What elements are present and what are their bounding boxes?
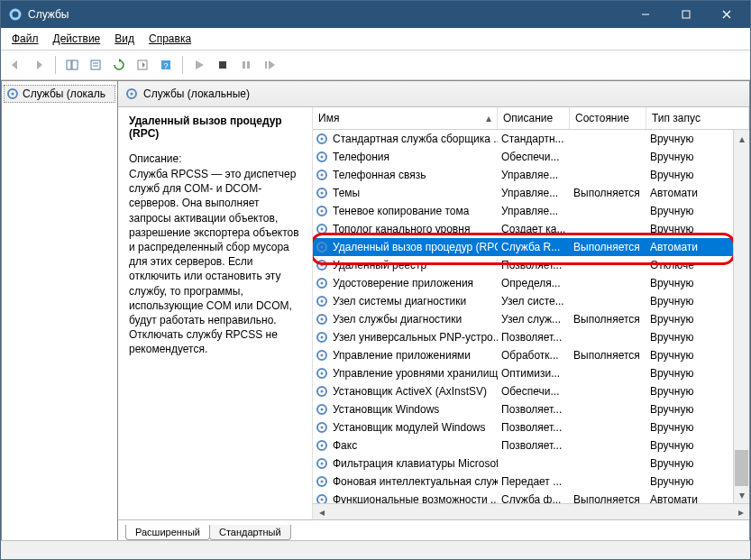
minimize-button[interactable] <box>625 1 665 28</box>
tab-extended[interactable]: Расширенный <box>125 525 210 540</box>
gear-icon <box>315 187 329 199</box>
scroll-down-icon[interactable]: ▾ <box>735 488 748 501</box>
table-row[interactable]: Узел универсальных PNP-устро...Позволяет… <box>313 328 733 346</box>
scroll-right-icon[interactable]: ▸ <box>734 505 747 519</box>
cell-name: Удостоверение приложения <box>329 275 498 291</box>
pause-service-button[interactable] <box>235 54 257 76</box>
cell-state <box>570 390 646 393</box>
table-row[interactable]: Теневое копирование томаУправляе...Вручн… <box>313 202 733 220</box>
svg-rect-9 <box>72 60 78 69</box>
maximize-button[interactable] <box>665 1 706 28</box>
column-state[interactable]: Состояние <box>570 107 646 129</box>
table-row[interactable]: Фильтрация клавиатуры MicrosoftВручную <box>313 454 733 473</box>
vertical-scrollbar[interactable]: ▴ ▾ <box>733 130 749 503</box>
column-description[interactable]: Описание <box>498 107 570 129</box>
table-row[interactable]: Установщик ActiveX (AxInstSV)Обеспечи...… <box>313 382 733 400</box>
svg-point-33 <box>321 174 324 177</box>
table-row[interactable]: Функциональные возможности ...Служба ф..… <box>313 491 733 503</box>
gear-icon <box>315 493 329 503</box>
table-row[interactable]: Удостоверение приложенияОпределя...Вручн… <box>313 274 733 292</box>
cell-description: Обработк... <box>498 347 570 363</box>
cell-state <box>570 408 646 411</box>
table-row[interactable]: Узел службы диагностикиУзел служ...Выпол… <box>313 310 733 328</box>
back-button[interactable] <box>5 54 26 76</box>
tree-node-services[interactable]: Службы (локаль <box>4 85 115 103</box>
start-service-button[interactable] <box>188 54 210 76</box>
table-row[interactable]: Узел системы диагностикиУзел систе...Вру… <box>313 292 733 310</box>
table-row[interactable]: Управление уровнями хранилищаОптимизи...… <box>313 364 733 382</box>
svg-point-29 <box>321 138 324 141</box>
cell-startup: Отключе <box>646 257 733 273</box>
cell-state <box>570 444 646 447</box>
table-row[interactable]: ТемыУправляе...ВыполняетсяАвтомати <box>313 184 733 202</box>
cell-name: Теневое копирование тома <box>329 203 498 219</box>
show-hide-tree-button[interactable] <box>61 54 83 76</box>
cell-description: Передает ... <box>498 473 570 490</box>
cell-state <box>570 426 646 429</box>
properties-button[interactable] <box>85 54 106 76</box>
tab-standard[interactable]: Стандартный <box>209 525 291 540</box>
pane-title: Службы (локальные) <box>143 87 250 100</box>
forward-button[interactable] <box>28 54 50 76</box>
svg-point-67 <box>321 481 324 483</box>
cell-startup: Автомати <box>646 239 733 255</box>
cell-startup: Вручную <box>646 203 733 219</box>
table-row[interactable]: Удаленный реестрПозволяет...Отключе <box>313 256 733 274</box>
tree-pane[interactable]: Службы (локаль <box>1 81 118 540</box>
table-row[interactable]: Установщик модулей WindowsПозволяет...Вр… <box>313 418 733 436</box>
cell-description: Служба ф... <box>498 491 570 503</box>
cell-state: Выполняется <box>570 185 646 201</box>
cell-state <box>570 462 646 465</box>
cell-description: Управляе... <box>498 167 570 183</box>
table-row[interactable]: Удаленный вызов процедур (RPC)Служба R..… <box>313 238 733 256</box>
cell-description: Создает ка... <box>498 221 570 237</box>
menu-file[interactable]: Файл <box>5 31 46 47</box>
svg-point-63 <box>321 445 324 447</box>
svg-point-27 <box>131 93 133 96</box>
table-row[interactable]: ТелефонияОбеспечи...Вручную <box>313 148 733 166</box>
column-startup[interactable]: Тип запус <box>646 107 749 129</box>
cell-state <box>570 263 646 267</box>
table-row[interactable]: Фоновая интеллектуальная служ...Передает… <box>313 473 733 491</box>
cell-name: Установщик Windows <box>329 401 498 418</box>
cell-description: Управляе... <box>498 185 570 201</box>
menu-action[interactable]: Действие <box>46 31 108 47</box>
gear-icon <box>315 223 329 235</box>
horizontal-scrollbar[interactable]: ◂ ▸ <box>313 503 749 519</box>
svg-point-25 <box>12 93 14 96</box>
cell-description: Стандартн... <box>498 131 570 147</box>
close-button[interactable] <box>706 1 746 28</box>
table-row[interactable]: Управление приложениямиОбработк...Выполн… <box>313 346 733 364</box>
svg-point-37 <box>321 210 324 213</box>
rows-container[interactable]: Стандартная служба сборщика ...Стандартн… <box>313 130 733 503</box>
table-row[interactable]: Тополог канального уровняСоздает ка...Вр… <box>313 220 733 238</box>
cell-state: Выполняется <box>570 311 646 327</box>
scroll-up-icon[interactable]: ▴ <box>735 132 748 145</box>
table-row[interactable]: Стандартная служба сборщика ...Стандартн… <box>313 130 733 148</box>
titlebar: Службы <box>1 1 750 28</box>
menu-view[interactable]: Вид <box>107 31 142 47</box>
cell-startup: Вручную <box>646 131 733 147</box>
window-title: Службы <box>28 8 625 21</box>
cell-startup: Вручную <box>646 365 733 381</box>
cell-description: Определя... <box>498 275 570 291</box>
cell-name: Узел универсальных PNP-устро... <box>329 329 498 345</box>
menu-help[interactable]: Справка <box>142 31 198 47</box>
table-row[interactable]: ФаксПозволяет...Вручную <box>313 436 733 454</box>
cell-startup: Вручную <box>646 311 733 327</box>
cell-state: Выполняется <box>570 239 646 255</box>
export-button[interactable] <box>132 54 153 76</box>
column-name[interactable]: Имя ▴ <box>313 107 498 129</box>
svg-rect-8 <box>67 60 71 69</box>
refresh-button[interactable] <box>108 54 130 76</box>
cell-name: Темы <box>329 185 498 201</box>
cell-startup: Вручную <box>646 419 733 436</box>
help-button[interactable]: ? <box>155 54 177 76</box>
restart-service-button[interactable] <box>259 54 280 76</box>
table-row[interactable]: Телефонная связьУправляе...Вручную <box>313 166 733 184</box>
table-row[interactable]: Установщик WindowsПозволяет...Вручную <box>313 400 733 418</box>
scroll-thumb[interactable] <box>735 450 748 486</box>
scroll-left-icon[interactable]: ◂ <box>315 505 328 519</box>
cell-state <box>570 335 646 339</box>
stop-service-button[interactable] <box>212 54 234 76</box>
